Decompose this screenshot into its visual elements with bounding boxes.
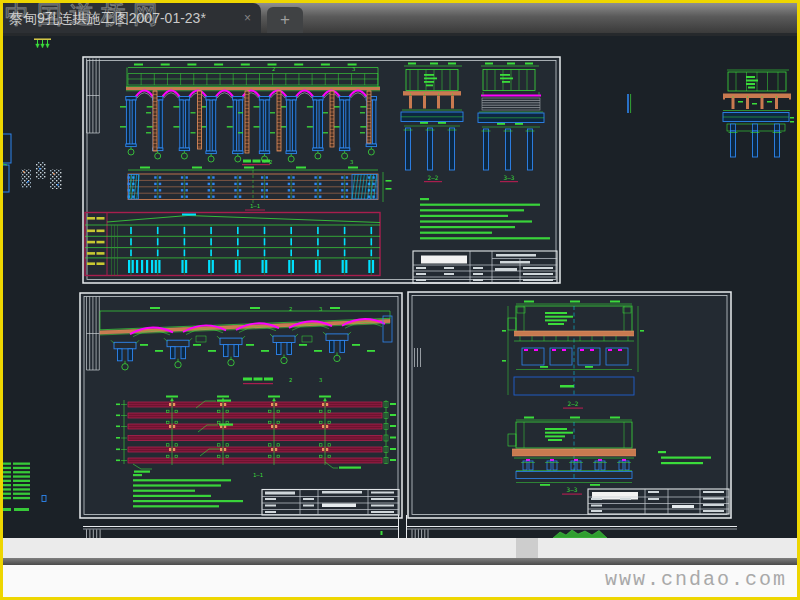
application-window: 蔡甸9孔连拱施工图2007-01-23* × + 中国道桥网 2 3 2 3 2…: [0, 0, 800, 600]
plan-label-1-1: 1—1: [253, 472, 263, 478]
tab-title: 蔡甸9孔连拱施工图2007-01-23*: [3, 3, 206, 33]
cut-label: 2: [289, 377, 292, 383]
cut-label: 3: [319, 377, 322, 383]
cut-label: 2: [269, 159, 272, 165]
cut-label: 3: [350, 159, 353, 165]
section-label-3-3: 3—3: [567, 486, 578, 493]
watermark-site: www.cndao.com: [605, 568, 787, 591]
plus-icon: +: [280, 10, 290, 29]
section-label-2-2: 2—2: [568, 400, 579, 407]
page-footer: www.cndao.com: [3, 565, 797, 597]
cad-canvas[interactable]: 2 3 2 3 2—2 3—3 1—1 2 3 2 3 1—1 2—2 3—3: [3, 36, 797, 538]
section-label-3-3: 3—3: [504, 174, 515, 181]
plan-label-1-1: 1—1: [250, 203, 260, 209]
drawing-sheet-1: [83, 57, 560, 283]
cad-drawing-layer: 2 3 2 3 2—2 3—3 1—1 2 3 2 3 1—1 2—2 3—3: [3, 36, 797, 538]
cut-label: 3: [319, 306, 322, 312]
cut-label: 2: [289, 306, 292, 312]
horizontal-scrollbar[interactable]: [3, 538, 797, 558]
detached-cross-section: [723, 70, 794, 157]
drawing-sheet-2: [80, 293, 402, 518]
cut-label: 3: [352, 66, 355, 72]
window-divider: [3, 558, 797, 565]
cut-label: 2: [272, 66, 275, 72]
drawing-tab[interactable]: 蔡甸9孔连拱施工图2007-01-23* ×: [3, 3, 261, 33]
section-label-2-2: 2—2: [428, 174, 439, 181]
scrollbar-thumb[interactable]: [516, 538, 538, 558]
tab-bar: 蔡甸9孔连拱施工图2007-01-23* × +: [3, 3, 797, 36]
close-icon[interactable]: ×: [244, 3, 251, 33]
new-tab-button[interactable]: +: [267, 7, 303, 33]
